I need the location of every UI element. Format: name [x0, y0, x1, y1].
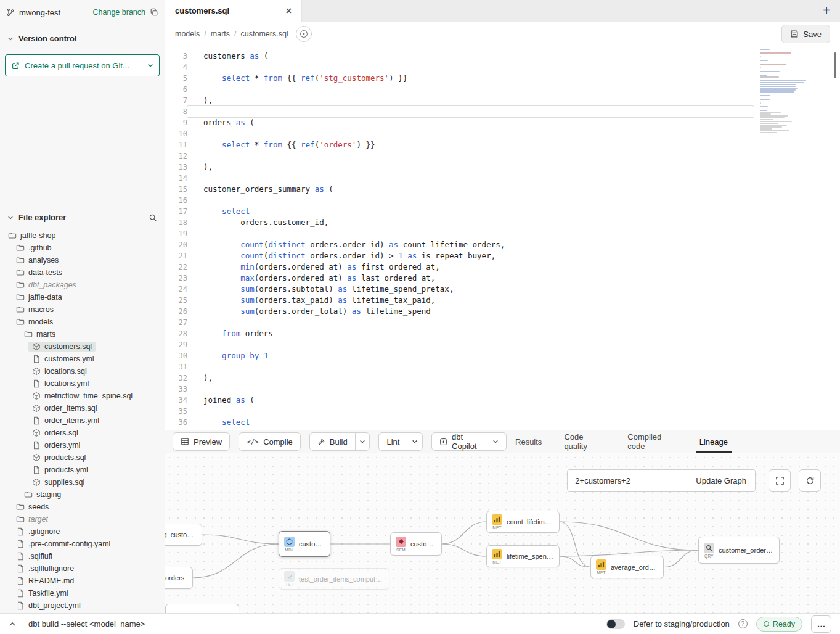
file-tree-item[interactable]: staging — [0, 488, 165, 501]
lint-dropdown[interactable] — [407, 433, 422, 450]
lineage-node-average_order_value[interactable]: METaverage_order_value — [590, 556, 664, 578]
file-tree-item[interactable]: order_items.yml — [0, 414, 165, 427]
scrollbar-thumb[interactable] — [834, 52, 836, 78]
code-line[interactable]: 8 — [165, 106, 840, 117]
file-tree-item[interactable]: analyses — [0, 254, 165, 266]
lineage-node-orders[interactable]: MDLorders — [165, 567, 193, 589]
defer-toggle[interactable] — [606, 619, 625, 629]
build-dropdown[interactable] — [356, 433, 370, 450]
code-line[interactable]: 32), — [165, 373, 840, 384]
more-menu-button[interactable]: … — [811, 615, 831, 633]
code-line[interactable]: 23 max(orders.ordered_at) as last_ordere… — [165, 273, 840, 284]
code-line[interactable]: 6 — [165, 84, 840, 95]
file-tree-item[interactable]: supplies.sql — [0, 476, 165, 488]
code-line[interactable]: 27 — [165, 317, 840, 328]
file-tree-item[interactable]: target — [0, 513, 165, 525]
file-tree-item[interactable]: .gitignore — [0, 525, 165, 538]
file-tree-item[interactable]: .github — [0, 242, 165, 254]
create-pr-dropdown[interactable] — [141, 55, 159, 76]
breadcrumb-marts[interactable]: marts — [211, 30, 230, 38]
code-line[interactable]: 16 — [165, 195, 840, 206]
file-tree-item[interactable]: data-tests — [0, 266, 165, 279]
scrollbar-track[interactable] — [834, 46, 834, 430]
lineage-node-test_node[interactable]: TSTtest_order_items_compute_to_bools... — [279, 568, 389, 590]
file-tree-item[interactable]: marts — [0, 328, 165, 340]
code-line[interactable]: 26 sum(orders.order_total) as lifetime_s… — [165, 306, 840, 317]
file-tree-item[interactable]: seeds — [0, 501, 165, 513]
file-tree-item[interactable]: orders.yml — [0, 439, 165, 451]
new-tab-button[interactable]: + — [813, 0, 840, 22]
breadcrumb-file[interactable]: customers.sql — [241, 30, 288, 38]
code-line[interactable]: 30 group by 1 — [165, 350, 840, 361]
code-line[interactable]: 11 select * from {{ ref('orders') }} — [165, 139, 840, 150]
preview-button[interactable]: Preview — [173, 432, 230, 451]
code-line[interactable]: 35 — [165, 406, 840, 417]
file-tree-item[interactable]: order_items.sql — [0, 402, 165, 414]
code-line[interactable]: 21 count(distinct orders.order_id) > 1 a… — [165, 250, 840, 261]
lineage-node-customers_sem[interactable]: SEMcustomers — [390, 532, 442, 556]
file-tree-item[interactable]: jaffle-shop — [0, 229, 165, 242]
code-line[interactable]: 19 — [165, 228, 840, 239]
code-line[interactable]: 5 select * from {{ ref('stg_customers') … — [165, 73, 840, 84]
lineage-node-count_lifetime_orders[interactable]: METcount_lifetime_orders — [486, 511, 560, 533]
copy-icon[interactable] — [150, 8, 158, 17]
chevron-down-icon[interactable] — [7, 215, 14, 221]
fullscreen-button[interactable] — [769, 469, 791, 492]
lint-button[interactable]: Lint — [379, 433, 407, 450]
save-button[interactable]: Save — [781, 25, 830, 43]
file-tree-item[interactable]: locations.sql — [0, 365, 165, 377]
code-line[interactable]: 17 select — [165, 206, 840, 217]
file-tree-item[interactable]: products.yml — [0, 464, 165, 476]
lineage-node-customer_order_metrics[interactable]: QRYcustomer_order_metrics — [698, 537, 780, 564]
code-line[interactable]: 4 — [165, 62, 840, 73]
panel-tab-compiled-code[interactable]: Compiled code — [627, 430, 677, 453]
update-graph-button[interactable]: Update Graph — [687, 470, 755, 491]
lineage-node-stg_customers[interactable]: MDLstg_customers — [165, 524, 202, 546]
panel-tab-lineage[interactable]: Lineage — [699, 430, 728, 453]
code-line[interactable]: 9orders as ( — [165, 117, 840, 128]
code-line[interactable]: 20 count(distinct orders.order_id) as co… — [165, 239, 840, 250]
file-tree-item[interactable]: dbt_project.yml — [0, 599, 165, 612]
search-icon[interactable] — [149, 213, 157, 222]
lineage-node-lifetime_spend_pretax[interactable]: METlifetime_spend_pretax — [486, 545, 560, 567]
refresh-button[interactable] — [799, 469, 821, 492]
code-line[interactable]: 25 sum(orders.tax_paid) as lifetime_tax_… — [165, 295, 840, 306]
lineage-node-partial_node[interactable] — [165, 604, 239, 613]
code-line[interactable]: 34joined as ( — [165, 395, 840, 406]
code-line[interactable]: 12 — [165, 150, 840, 162]
file-tree-item[interactable]: .pre-commit-config.yaml — [0, 538, 165, 550]
panel-tab-results[interactable]: Results — [515, 430, 542, 453]
panel-tab-code-quality[interactable]: Code quality — [564, 430, 605, 453]
file-tree-item[interactable]: .sqlfluffignore — [0, 562, 165, 575]
code-line[interactable]: 31 — [165, 361, 840, 373]
code-line[interactable]: 10 — [165, 128, 840, 139]
code-line[interactable]: 36 select — [165, 417, 840, 428]
file-tree-item[interactable]: jaffle-data — [0, 291, 165, 303]
build-button[interactable]: Build — [310, 433, 356, 450]
create-pr-button[interactable]: Create a pull request on Git... — [6, 55, 141, 76]
minimap[interactable] — [760, 49, 809, 134]
lineage-selector-input[interactable] — [568, 470, 687, 491]
breadcrumb-models[interactable]: models — [175, 30, 200, 38]
file-tree-item[interactable]: Taskfile.yml — [0, 587, 165, 599]
compile-button[interactable]: </> Compile — [239, 432, 301, 451]
dbt-logo-button[interactable] — [296, 26, 312, 42]
code-line[interactable]: 24 sum(orders.subtotal) as lifetime_spen… — [165, 284, 840, 295]
file-tree-item[interactable]: models — [0, 316, 165, 328]
code-line[interactable]: 3customers as ( — [165, 51, 840, 62]
info-icon[interactable]: ? — [738, 619, 748, 628]
tab-customers-sql[interactable]: customers.sql × — [165, 0, 302, 22]
file-tree-item[interactable]: metricflow_time_spine.sql — [0, 390, 165, 402]
code-line[interactable]: 28 from orders — [165, 328, 840, 339]
file-tree-item[interactable]: products.sql — [0, 451, 165, 464]
code-line[interactable]: 22 min(orders.ordered_at) as first_order… — [165, 261, 840, 273]
code-line[interactable]: 18 orders.customer_id, — [165, 217, 840, 228]
code-line[interactable]: 29 — [165, 339, 840, 350]
file-tree-item[interactable]: .sqlfluff — [0, 550, 165, 562]
lineage-node-customers_mdl[interactable]: MDLcustomers — [279, 531, 330, 557]
code-line[interactable]: 15customer_orders_summary as ( — [165, 184, 840, 195]
chevron-down-icon[interactable] — [7, 36, 14, 42]
file-tree-item[interactable]: orders.sql — [0, 427, 165, 439]
file-tree-item[interactable]: customers.sql — [0, 340, 165, 353]
change-branch-link[interactable]: Change branch — [93, 8, 145, 17]
